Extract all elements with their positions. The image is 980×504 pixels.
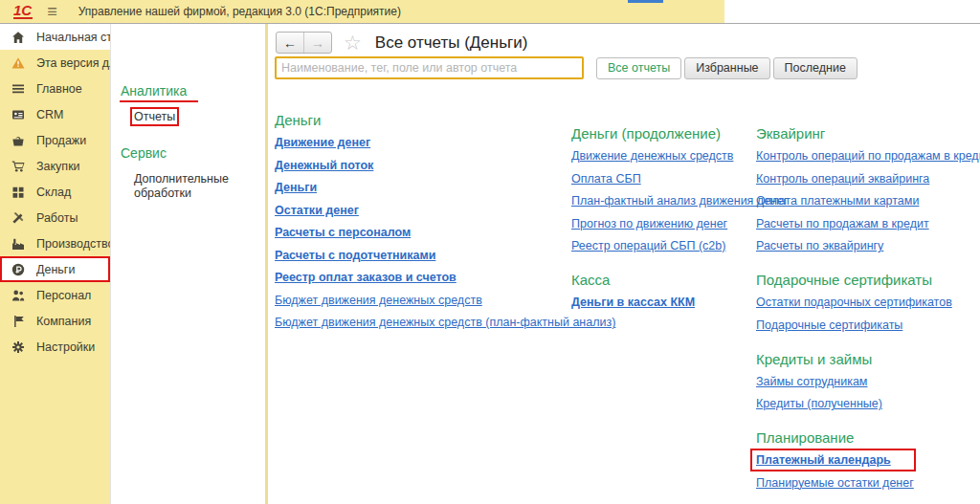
report-link-list: Займы сотрудникамКредиты (полученные) (756, 374, 976, 411)
sidebar-item-label: Главное (36, 82, 82, 96)
sidebar-item-money[interactable]: Деньги (0, 256, 110, 282)
panel-item-reports[interactable]: Отчеты (134, 110, 265, 124)
panel-section-title: Аналитика (121, 83, 265, 99)
report-link[interactable]: Денежный поток (275, 159, 373, 172)
report-link-item: Расчеты с подотчетниками (275, 248, 571, 262)
history-nav-buttons: ← → (276, 32, 332, 54)
report-section: Подарочные сертификатыОстатки подарочных… (756, 272, 976, 332)
sidebar-item-main[interactable]: Главное (0, 76, 110, 101)
report-column-1: ДеньгиДвижение денегДенежный потокДеньги… (275, 112, 571, 504)
sidebar-item-purchases[interactable]: Закупки (0, 153, 110, 179)
navigation-row: ← → ☆ Все отчеты (Деньги) (276, 32, 527, 54)
warning-icon (11, 56, 25, 70)
report-link-item: Движение денег (275, 135, 571, 149)
report-link[interactable]: Деньги в кассах ККМ (571, 296, 695, 309)
panel-section-title: Сервис (121, 145, 265, 161)
report-column-2: Деньги (продолжение)Движение денежных ср… (571, 112, 756, 504)
report-link[interactable]: Оплата платежными картами (756, 194, 919, 208)
report-link-list: Движение денегДенежный потокДеньгиОстатк… (275, 135, 571, 329)
report-link[interactable]: Остатки подарочных сертификатов (756, 296, 952, 309)
report-section-title: Планирование (756, 429, 976, 446)
sidebar-item-crm[interactable]: CRM (0, 101, 110, 127)
report-link-item: Контроль операций по продажам в кредит (756, 148, 976, 163)
filter-favorites[interactable]: Избранные (684, 57, 769, 79)
report-section-title: Касса (571, 272, 756, 288)
report-link[interactable]: Оплата СБП (571, 172, 641, 186)
filter-all-reports[interactable]: Все отчеты (596, 57, 681, 79)
report-link[interactable]: Реестр оплат заказов и счетов (275, 271, 457, 284)
report-link[interactable]: Расчеты по продажам в кредит (756, 217, 929, 230)
report-link[interactable]: Расчеты по эквайрингу (756, 239, 883, 252)
personnel-icon (11, 289, 25, 302)
report-link-item: Деньги в кассах ККМ (571, 295, 756, 309)
report-link-list: Движение денежных средствОплата СБППлан-… (571, 148, 756, 252)
report-link-item: План-фактный анализ движения денег (571, 193, 756, 208)
report-link[interactable]: Прогноз по движению денег (571, 217, 727, 230)
filter-recent[interactable]: Последние (773, 57, 858, 79)
report-link-item: Оплата платежными картами (756, 193, 976, 208)
report-link-list: Остатки подарочных сертификатовПодарочны… (756, 295, 976, 332)
settings-gear-icon (11, 340, 25, 354)
menu-lines-icon (11, 82, 25, 96)
sidebar-item-warehouse[interactable]: Склад (0, 179, 110, 205)
report-link[interactable]: Кредиты (полученные) (756, 397, 882, 410)
sidebar-item-sales[interactable]: Продажи (0, 127, 110, 153)
report-link[interactable]: Остатки денег (275, 204, 359, 217)
report-link[interactable]: Реестр операций СБП (c2b) (571, 239, 725, 252)
sidebar-item-home[interactable]: Начальная страни (0, 24, 110, 50)
report-link[interactable]: Планируемые остатки денег (756, 476, 914, 490)
sidebar-item-label: Начальная страни (36, 31, 110, 44)
sidebar-item-label: Продажи (36, 134, 86, 147)
report-section: ДеньгиДвижение денегДенежный потокДеньги… (275, 112, 571, 329)
report-link[interactable]: Деньги (275, 181, 317, 194)
report-link-item: Платежный календарь (756, 452, 976, 467)
report-link[interactable]: Расчеты с персоналом (275, 226, 411, 239)
report-link-item: Реестр оплат заказов и счетов (275, 270, 571, 284)
sales-basket-icon (11, 134, 25, 147)
report-link[interactable]: Движение денежных средств (571, 149, 733, 163)
report-link[interactable]: Контроль операций по продажам в кредит (756, 149, 980, 163)
report-link[interactable]: Контроль операций эквайринга (756, 172, 929, 186)
purchases-cart-icon (11, 160, 25, 173)
sidebar-item-company[interactable]: Компания (0, 308, 110, 334)
1c-logo: 1С (13, 4, 33, 19)
panel-section: АналитикаОтчеты (111, 83, 265, 124)
back-button[interactable]: ← (277, 33, 304, 53)
report-link-item: Кредиты (полученные) (756, 396, 976, 410)
panel-item-additional-processing[interactable]: Дополнительные обработки (134, 172, 265, 201)
sidebar-item-personnel[interactable]: Персонал (0, 282, 110, 308)
report-section: Деньги (продолжение)Движение денежных ср… (571, 125, 756, 252)
sidebar-item-works[interactable]: Работы (0, 205, 110, 230)
active-tab-indicator (628, 0, 663, 3)
report-column-3: ЭквайрингКонтроль операций по продажам в… (756, 112, 976, 504)
sidebar-item-version-warning[interactable]: Эта версия для ра (0, 50, 110, 76)
function-panel: АналитикаОтчетыСервисДополнительные обра… (110, 24, 265, 504)
report-link-item: Подарочные сертификаты (756, 318, 976, 332)
sidebar-item-label: Эта версия для ра (36, 56, 110, 70)
report-link[interactable]: Расчеты с подотчетниками (275, 249, 435, 262)
company-flag-icon (11, 315, 25, 328)
report-link-item: Остатки подарочных сертификатов (756, 295, 976, 309)
report-section: Кредиты и займыЗаймы сотрудникамКредиты … (756, 351, 976, 411)
sidebar-item-production[interactable]: Производство (0, 230, 110, 256)
report-link[interactable]: Подарочные сертификаты (756, 318, 902, 332)
sidebar-item-label: Компания (36, 315, 91, 328)
report-search-input[interactable] (275, 56, 584, 79)
page-title: Все отчеты (Деньги) (375, 33, 528, 53)
report-link-item: Деньги (275, 180, 571, 194)
report-link-item: Планируемые остатки денег (756, 475, 976, 490)
report-link[interactable]: Платежный календарь (756, 453, 891, 467)
report-link[interactable]: Бюджет движения денежных средств (план-ф… (275, 316, 615, 329)
report-link-item: Движение денежных средств (571, 148, 756, 163)
report-link[interactable]: Займы сотрудникам (756, 375, 867, 388)
favorite-star-icon[interactable]: ☆ (344, 33, 362, 53)
report-link[interactable]: Бюджет движения денежных средств (275, 294, 482, 307)
report-link-item: Расчеты по эквайрингу (756, 238, 976, 252)
sidebar-item-label: Склад (36, 186, 71, 199)
report-link[interactable]: Движение денег (275, 136, 370, 149)
report-section: КассаДеньги в кассах ККМ (571, 272, 756, 309)
report-link-list: Контроль операций по продажам в кредитКо… (756, 148, 976, 252)
hamburger-menu-icon[interactable]: ≡ (47, 3, 57, 20)
forward-button[interactable]: → (304, 33, 331, 53)
sidebar-item-settings[interactable]: Настройки (0, 334, 110, 360)
